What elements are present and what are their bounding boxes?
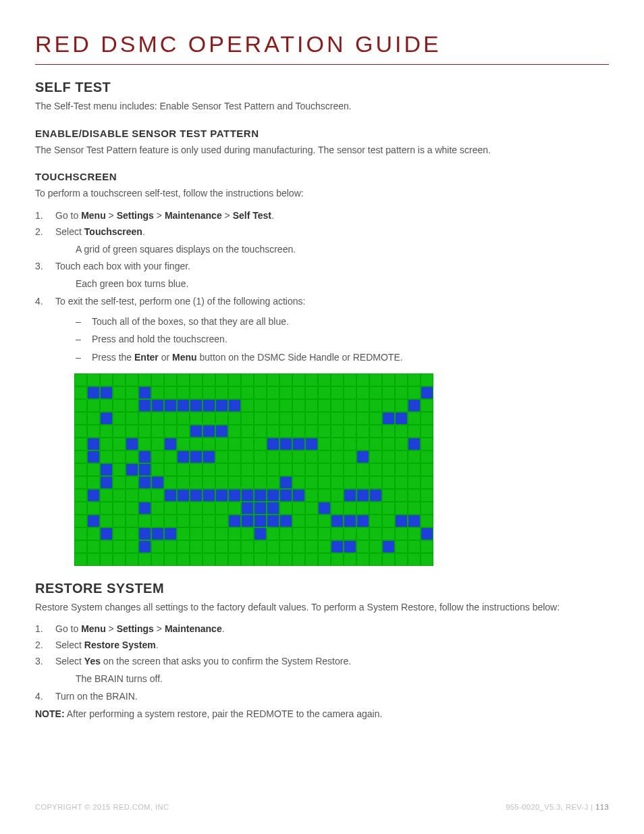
grid-cell: [382, 412, 395, 425]
grid-cell: [292, 386, 305, 399]
grid-cell: [113, 489, 126, 502]
text: on the screen that asks you to confirm t…: [101, 656, 351, 667]
grid-cell: [228, 502, 241, 515]
grid-cell: [151, 515, 164, 527]
grid-cell: [305, 527, 318, 540]
restore-bold: Restore System: [84, 640, 156, 650]
grid-cell: [395, 412, 408, 425]
grid-cell: [356, 412, 369, 425]
grid-cell: [331, 502, 344, 515]
grid-cell: [395, 553, 408, 566]
grid-cell: [344, 373, 356, 386]
grid-cell: [100, 438, 113, 450]
note-bold: NOTE:: [35, 708, 65, 719]
grid-cell: [177, 527, 190, 540]
grid-cell: [113, 438, 126, 450]
grid-cell: [241, 412, 254, 425]
maint-bold: Maintenance: [165, 623, 222, 634]
grid-cell: [164, 373, 177, 386]
grid-cell: [190, 502, 203, 515]
grid-cell: [177, 373, 190, 386]
grid-cell: [151, 438, 164, 450]
grid-cell: [279, 386, 292, 399]
grid-cell: [369, 399, 382, 412]
grid-cell: [356, 476, 369, 489]
grid-cell: [356, 527, 369, 540]
selftest-bold: Self Test: [233, 210, 271, 221]
grid-cell: [87, 463, 100, 476]
grid-cell: [331, 412, 344, 425]
grid-cell: [177, 553, 190, 566]
grid-cell: [74, 438, 87, 450]
grid-cell: [292, 438, 305, 450]
grid-cell: [421, 540, 433, 553]
step-3-note: Each green box turns blue.: [55, 276, 609, 292]
grid-cell: [279, 438, 292, 450]
grid-cell: [74, 476, 87, 489]
grid-cell: [292, 425, 305, 438]
page-footer: COPYRIGHT © 2015 RED.COM, INC 955-0020_V…: [35, 803, 609, 811]
grid-cell: [74, 489, 87, 502]
sep: >: [154, 623, 165, 634]
grid-cell: [87, 476, 100, 489]
grid-cell: [331, 386, 344, 399]
grid-cell: [305, 438, 318, 450]
grid-cell: [100, 489, 113, 502]
grid-cell: [177, 489, 190, 502]
grid-cell: [74, 515, 87, 527]
step-4: To exit the self-test, perform one (1) o…: [35, 294, 609, 367]
grid-cell: [190, 399, 203, 412]
grid-cell: [305, 476, 318, 489]
grid-cell: [344, 463, 356, 476]
grid-cell: [331, 527, 344, 540]
grid-cell: [203, 515, 215, 527]
grid-cell: [190, 412, 203, 425]
grid-cell: [318, 553, 331, 566]
grid-cell: [254, 527, 267, 540]
grid-cell: [369, 425, 382, 438]
grid-cell: [318, 489, 331, 502]
grid-cell: [267, 386, 279, 399]
grid-cell: [292, 399, 305, 412]
grid-cell: [267, 476, 279, 489]
grid-cell: [228, 373, 241, 386]
grid-cell: [279, 527, 292, 540]
grid-cell: [408, 476, 421, 489]
grid-cell: [344, 438, 356, 450]
grid-cell: [203, 438, 215, 450]
grid-cell: [369, 515, 382, 527]
grid-cell: [331, 438, 344, 450]
grid-cell: [318, 515, 331, 527]
text: Touch each box with your finger.: [55, 261, 190, 271]
grid-cell: [126, 502, 138, 515]
grid-cell: [138, 425, 151, 438]
step-2-note: A grid of green squares displays on the …: [55, 242, 609, 258]
grid-cell: [100, 412, 113, 425]
grid-cell: [190, 450, 203, 463]
grid-cell: [421, 553, 433, 566]
enter-bold: Enter: [134, 352, 159, 363]
grid-cell: [369, 502, 382, 515]
grid-cell: [267, 502, 279, 515]
grid-cell: [267, 463, 279, 476]
grid-cell: [279, 515, 292, 527]
grid-cell: [215, 527, 228, 540]
grid-cell: [215, 515, 228, 527]
grid-cell: [305, 412, 318, 425]
rstep-1: Go to Menu > Settings > Maintenance.: [35, 621, 609, 637]
copyright: COPYRIGHT © 2015 RED.COM, INC: [35, 803, 169, 811]
grid-cell: [305, 515, 318, 527]
grid-cell: [138, 502, 151, 515]
touchscreen-bold: Touchscreen: [84, 226, 142, 237]
sep: >: [222, 210, 233, 221]
grid-cell: [164, 515, 177, 527]
yes-bold: Yes: [84, 656, 101, 667]
grid-cell: [279, 450, 292, 463]
settings-bold: Settings: [117, 623, 154, 634]
grid-cell: [318, 502, 331, 515]
grid-cell: [344, 425, 356, 438]
grid-cell: [382, 386, 395, 399]
sep: |: [589, 803, 595, 811]
text: Select: [55, 656, 84, 667]
grid-cell: [126, 515, 138, 527]
